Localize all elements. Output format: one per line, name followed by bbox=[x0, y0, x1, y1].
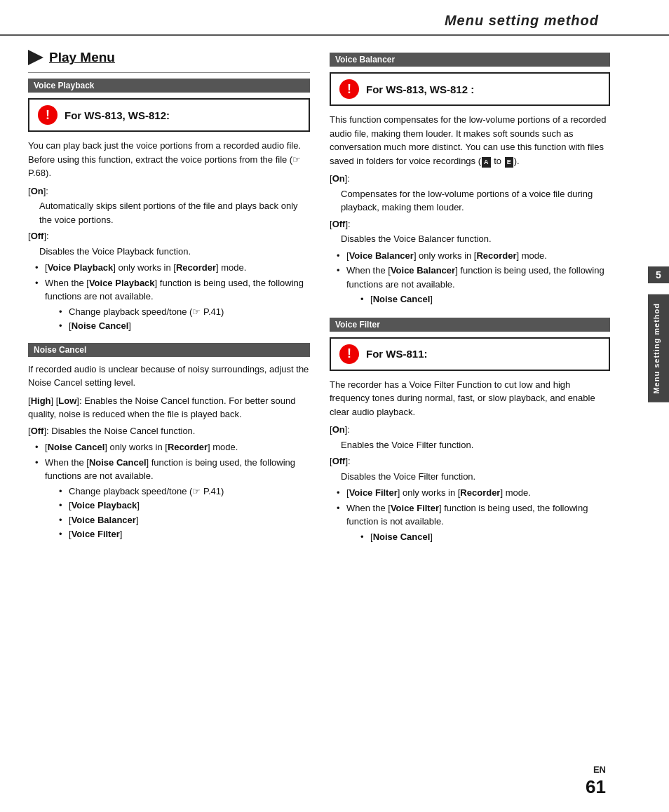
page-number-area: EN 61 bbox=[586, 764, 606, 798]
vp-sub-2: [Noise Cancel] bbox=[59, 319, 310, 333]
voice-playback-bullets: [Voice Playback] only works in [Recorder… bbox=[28, 261, 310, 333]
vb-on-label: [On]: bbox=[330, 172, 610, 186]
warning-icon-3: ! bbox=[339, 344, 359, 364]
vp-bullet-2: When the [Voice Playback] function is be… bbox=[35, 276, 310, 333]
warning-icon-1: ! bbox=[38, 105, 58, 125]
nc-sub-bullets: Change playback speed/tone (☞ P.41) [Voi… bbox=[45, 485, 310, 541]
vp-off-label: [Off]: bbox=[28, 229, 310, 243]
noise-cancel-bar: Noise Cancel bbox=[28, 343, 310, 357]
nc-high-low-label: [High] [Low]: Enables the Noise Cancel f… bbox=[28, 394, 310, 421]
vp-sub-bullets: Change playback speed/tone (☞ P.41) [Noi… bbox=[45, 305, 310, 333]
play-icon bbox=[28, 50, 43, 65]
page-number: 61 bbox=[586, 776, 606, 798]
main-content: Play Menu Voice Playback ! For WS-813, W… bbox=[0, 36, 669, 553]
voice-balancer-body: This function compensates for the low-vo… bbox=[330, 113, 610, 168]
vb-bullet-1: [Voice Balancer] only works in [Recorder… bbox=[337, 249, 610, 263]
nc-bullet-2: When the [Noise Cancel] function is bein… bbox=[35, 456, 310, 541]
voice-filter-warning-text: For WS-811: bbox=[366, 348, 428, 360]
warning-icon-2: ! bbox=[339, 79, 359, 99]
vf-off-desc: Disables the Voice Filter function. bbox=[330, 470, 610, 484]
vb-sub-1: [Noise Cancel] bbox=[360, 292, 610, 306]
play-menu-title: Play Menu bbox=[49, 50, 115, 65]
nc-sub-2: [Voice Playback] bbox=[59, 499, 310, 513]
noise-cancel-body: If recorded audio is unclear because of … bbox=[28, 363, 310, 390]
play-menu-title-bar: Play Menu bbox=[28, 50, 310, 65]
vp-bullet-1: [Voice Playback] only works in [Recorder… bbox=[35, 261, 310, 275]
voice-playback-warning-box: ! For WS-813, WS-812: bbox=[28, 98, 310, 132]
noise-cancel-bullets: [Noise Cancel] only works in [Recorder] … bbox=[28, 440, 310, 541]
voice-filter-body: The recorder has a Voice Filter Function… bbox=[330, 378, 610, 419]
vf-sub-bullets: [Noise Cancel] bbox=[346, 530, 610, 544]
vf-bullet-1: [Voice Filter] only works in [Recorder] … bbox=[337, 486, 610, 500]
voice-balancer-bullets: [Voice Balancer] only works in [Recorder… bbox=[330, 249, 610, 306]
vf-off-label: [Off]: bbox=[330, 454, 610, 468]
folder-icon-a: A bbox=[482, 157, 491, 168]
vf-sub-1: [Noise Cancel] bbox=[360, 530, 610, 544]
voice-filter-bullets: [Voice Filter] only works in [Recorder] … bbox=[330, 486, 610, 543]
vf-on-label: [On]: bbox=[330, 423, 610, 437]
voice-balancer-warning-box: ! For WS-813, WS-812 : bbox=[330, 72, 610, 106]
vp-off-desc: Disables the Voice Playback function. bbox=[28, 245, 310, 259]
header-title: Menu setting method bbox=[445, 13, 599, 28]
vp-sub-1: Change playback speed/tone (☞ P.41) bbox=[59, 305, 310, 319]
nc-sub-4: [Voice Filter] bbox=[59, 527, 310, 541]
voice-balancer-warning-text: For WS-813, WS-812 : bbox=[366, 83, 474, 95]
side-tab-number: 5 bbox=[648, 266, 669, 283]
voice-playback-body: You can play back just the voice portion… bbox=[28, 139, 310, 180]
voice-filter-warning-box: ! For WS-811: bbox=[330, 337, 610, 371]
title-divider bbox=[28, 72, 310, 73]
voice-playback-warning-text: For WS-813, WS-812: bbox=[65, 109, 170, 121]
page-header: Menu setting method bbox=[0, 0, 669, 36]
voice-balancer-bar: Voice Balancer bbox=[330, 53, 610, 67]
nc-sub-1: Change playback speed/tone (☞ P.41) bbox=[59, 485, 310, 499]
vb-on-desc: Compensates for the low-volume portions … bbox=[330, 187, 610, 215]
vp-on-desc: Automatically skips silent portions of t… bbox=[28, 199, 310, 226]
vb-off-label: [Off]: bbox=[330, 217, 610, 231]
right-column: Voice Balancer ! For WS-813, WS-812 : Th… bbox=[323, 43, 624, 553]
folder-icon-e: E bbox=[505, 157, 513, 168]
nc-sub-3: [Voice Balancer] bbox=[59, 513, 310, 527]
vb-sub-bullets: [Noise Cancel] bbox=[346, 292, 610, 306]
vf-bullet-2: When the [Voice Filter] function is bein… bbox=[337, 501, 610, 544]
voice-playback-bar: Voice Playback bbox=[28, 79, 310, 93]
vp-on-label: [On]: bbox=[28, 184, 310, 198]
nc-off-label: [Off]: Disables the Noise Cancel functio… bbox=[28, 424, 310, 438]
left-column: Play Menu Voice Playback ! For WS-813, W… bbox=[0, 43, 323, 553]
voice-filter-bar: Voice Filter bbox=[330, 318, 610, 332]
en-label: EN bbox=[593, 764, 606, 775]
nc-bullet-1: [Noise Cancel] only works in [Recorder] … bbox=[35, 440, 310, 454]
vb-off-desc: Disables the Voice Balancer function. bbox=[330, 232, 610, 246]
vf-on-desc: Enables the Voice Filter function. bbox=[330, 438, 610, 452]
vb-bullet-2: When the [Voice Balancer] function is be… bbox=[337, 264, 610, 306]
side-tab-label: Menu setting method bbox=[648, 295, 669, 402]
